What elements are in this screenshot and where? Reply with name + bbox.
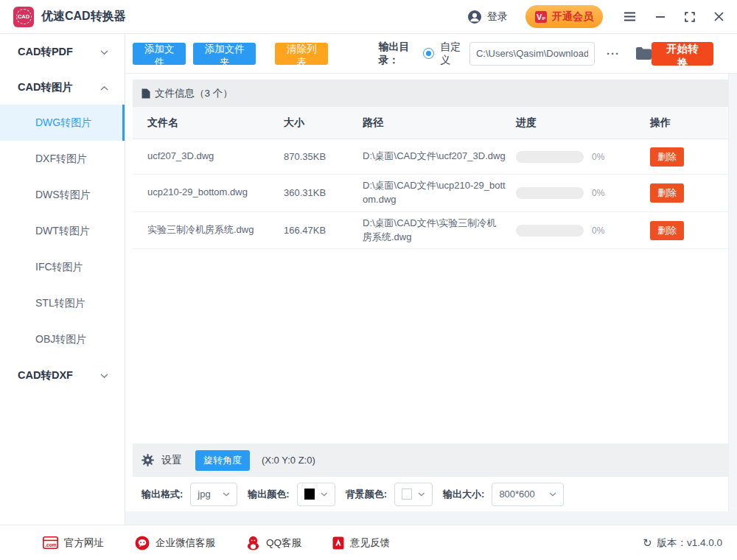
table-row: ucf207_3D.dwg 870.35KB D:\桌面\CAD文件\ucf20… — [133, 139, 728, 175]
sidebar-item-stl-to-image[interactable]: STL转图片 — [0, 285, 125, 321]
progress-percent: 0% — [592, 225, 604, 236]
document-icon — [142, 88, 150, 99]
output-path-input[interactable] — [469, 42, 595, 66]
delete-button[interactable]: 删除 — [650, 221, 684, 240]
chevron-down-icon — [321, 492, 328, 497]
progress-percent: 0% — [592, 152, 604, 162]
file-list-panel: 文件信息（3 个） 文件名 大小 路径 进度 操作 ucf207_3D.dwg … — [125, 74, 728, 444]
footer-link-label: 官方网址 — [64, 536, 104, 550]
footer: .com 官方网址 企业微信客服 QQ客服 意见反馈 ↻ — [0, 525, 737, 560]
column-header-path: 路径 — [363, 116, 516, 130]
background-color-select[interactable] — [394, 483, 433, 506]
chevron-down-icon — [549, 492, 556, 497]
file-path: D:\桌面\CAD文件\实验三制冷机房系统.dwg — [363, 217, 516, 245]
file-size: 360.31KB — [284, 187, 363, 198]
feedback-icon — [332, 536, 344, 550]
clear-list-button[interactable]: 清除列表 — [275, 43, 328, 65]
wechat-service-link[interactable]: 企业微信客服 — [135, 536, 215, 550]
column-header-name: 文件名 — [133, 116, 284, 130]
browse-ellipsis-button[interactable]: ··· — [607, 47, 620, 60]
sidebar-item-ifc-to-image[interactable]: IFC转图片 — [0, 249, 125, 285]
close-icon[interactable] — [714, 12, 724, 21]
footer-link-label: QQ客服 — [266, 536, 301, 550]
progress-percent: 0% — [592, 188, 604, 198]
output-color-swatch — [304, 489, 315, 500]
feedback-link[interactable]: 意见反馈 — [332, 536, 390, 550]
main-area: 添加文件 添加文件夹 清除列表 输出目录： 自定义 ··· 开始转换 文件信息（… — [125, 34, 737, 525]
file-info-title: 文件信息（3 个） — [155, 87, 233, 100]
sidebar-item-dwg-to-image[interactable]: DWG转图片 — [0, 105, 125, 141]
output-options-row: 输出格式: jpg 输出颜色: 背景颜色: 输出大小: 800*600 — [133, 477, 728, 511]
delete-button[interactable]: 删除 — [650, 183, 684, 203]
titlebar: CAD 优速CAD转换器 登录 VIP 开通会员 — [0, 0, 737, 34]
toolbar: 添加文件 添加文件夹 清除列表 输出目录： 自定义 ··· 开始转换 — [125, 34, 737, 74]
background-color-swatch — [402, 489, 412, 500]
output-color-select[interactable] — [297, 483, 335, 506]
sidebar-item-dws-to-image[interactable]: DWS转图片 — [0, 177, 125, 213]
window-controls — [624, 12, 724, 22]
custom-radio-label: 自定义 — [440, 41, 464, 67]
output-directory-group: 输出目录： 自定义 ··· — [378, 41, 652, 67]
settings-bar: 设置 旋转角度 (X:0 Y:0 Z:0) — [133, 444, 728, 477]
chevron-down-icon — [100, 369, 108, 381]
qq-service-link[interactable]: QQ客服 — [246, 536, 301, 550]
rotate-angle-button[interactable]: 旋转角度 — [195, 450, 250, 471]
maximize-icon[interactable] — [685, 12, 695, 22]
sidebar-section-cad-to-dxf[interactable]: CAD转DXF — [0, 357, 125, 393]
table-header-row: 文件名 大小 路径 进度 操作 — [133, 107, 728, 139]
column-header-size: 大小 — [284, 116, 363, 130]
vip-membership-button[interactable]: VIP 开通会员 — [525, 5, 603, 28]
website-icon: .com — [43, 536, 58, 549]
chevron-down-icon — [223, 492, 230, 497]
section-label: CAD转图片 — [18, 80, 73, 94]
output-color-label: 输出颜色: — [248, 488, 289, 501]
output-size-select[interactable]: 800*600 — [492, 483, 564, 506]
sidebar-item-label: DWT转图片 — [35, 225, 90, 238]
open-folder-icon[interactable] — [636, 47, 652, 60]
sidebar-section-cad-to-pdf[interactable]: CAD转PDF — [0, 34, 125, 69]
refresh-icon[interactable]: ↻ — [643, 536, 652, 550]
user-icon — [467, 10, 482, 24]
add-file-button[interactable]: 添加文件 — [133, 43, 186, 65]
sidebar-item-dwt-to-image[interactable]: DWT转图片 — [0, 213, 125, 249]
file-size: 870.35KB — [284, 151, 363, 162]
custom-radio[interactable] — [423, 48, 434, 59]
titlebar-right: 登录 VIP 开通会员 — [467, 5, 724, 28]
minimize-icon[interactable] — [655, 15, 666, 18]
scrollbar-gutter — [728, 74, 737, 511]
sidebar-section-cad-to-image[interactable]: CAD转图片 — [0, 69, 125, 105]
app-logo-icon: CAD — [13, 7, 34, 27]
chevron-up-icon — [100, 81, 108, 93]
progress-bar — [516, 151, 584, 163]
vip-label: 开通会员 — [552, 10, 593, 24]
column-header-action: 操作 — [650, 116, 728, 130]
rotation-value: (X:0 Y:0 Z:0) — [262, 455, 315, 466]
menu-icon[interactable] — [624, 12, 636, 21]
version-info: ↻ 版本：v1.4.0.0 — [643, 536, 722, 550]
delete-button[interactable]: 删除 — [650, 147, 684, 167]
sidebar-item-label: DWG转图片 — [35, 116, 91, 130]
table-row: 实验三制冷机房系统.dwg 166.47KB D:\桌面\CAD文件\实验三制冷… — [133, 212, 728, 250]
file-name: ucp210-29_bottom.dwg — [133, 186, 284, 200]
file-size: 166.47KB — [284, 225, 363, 236]
progress-bar — [516, 187, 584, 199]
output-format-select[interactable]: jpg — [190, 483, 237, 506]
gear-icon — [142, 454, 154, 466]
start-convert-button[interactable]: 开始转换 — [652, 42, 713, 66]
svg-text:.com: .com — [45, 542, 57, 547]
sidebar-item-label: DWS转图片 — [35, 189, 91, 202]
file-path: D:\桌面\CAD文件\ucp210-29_bottom.dwg — [363, 179, 516, 207]
login-button[interactable]: 登录 — [467, 10, 508, 24]
section-label: CAD转PDF — [18, 45, 73, 59]
sidebar-item-dxf-to-image[interactable]: DXF转图片 — [0, 141, 125, 177]
progress-cell: 0% — [516, 187, 650, 199]
output-format-value: jpg — [198, 489, 210, 500]
sidebar-item-obj-to-image[interactable]: OBJ转图片 — [0, 321, 125, 357]
official-website-link[interactable]: .com 官方网址 — [43, 536, 104, 550]
add-folder-button[interactable]: 添加文件夹 — [193, 43, 256, 65]
footer-link-label: 企业微信客服 — [156, 536, 215, 550]
settings-label: 设置 — [161, 454, 182, 467]
sidebar: CAD转PDF CAD转图片 DWG转图片 DXF转图片 DWS转图片 DWT转… — [0, 34, 125, 525]
progress-cell: 0% — [516, 151, 650, 163]
file-name: ucf207_3D.dwg — [133, 150, 284, 164]
